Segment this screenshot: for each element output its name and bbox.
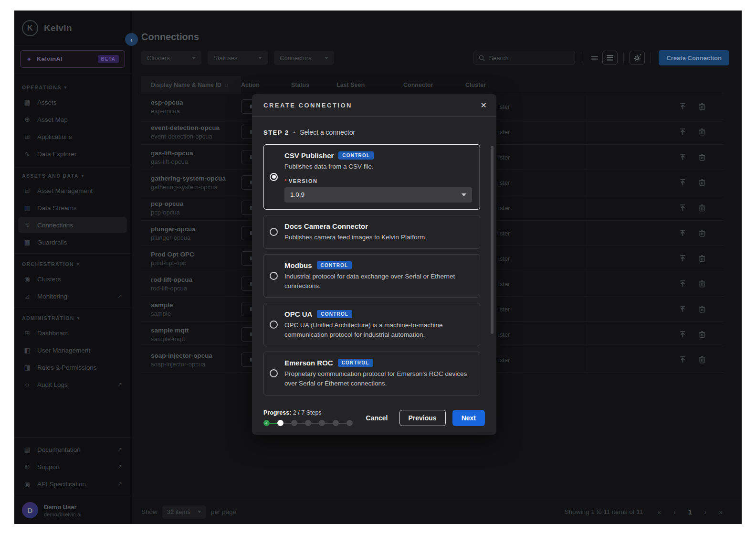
upload-button[interactable] (679, 128, 686, 136)
sidebar-item-guardrails[interactable]: ▦ Guardrails (18, 234, 127, 250)
clusters-filter-dropdown[interactable]: Clusters (141, 51, 201, 65)
sidebar-item-clusters[interactable]: ◉ Clusters (18, 271, 127, 287)
delete-button[interactable] (699, 331, 705, 338)
section-header[interactable]: ASSETS AND DATA▾ (14, 170, 131, 182)
delete-button[interactable] (699, 153, 705, 161)
radio-button[interactable] (270, 321, 278, 329)
sidebar-item-connections[interactable]: ↯ Connections (18, 217, 127, 233)
upload-button[interactable] (679, 103, 686, 110)
connector-option-csv-publisher[interactable]: CSV Publisher CONTROL Publishes data fro… (263, 144, 480, 210)
sidebar-item-data-explorer[interactable]: ∿ Data Explorer (18, 146, 127, 162)
connection-display-name[interactable]: sample (151, 301, 241, 309)
user-profile[interactable]: D Demo User demo@kelvin.ai (14, 496, 131, 524)
delete-button[interactable] (699, 229, 705, 237)
table-settings-button[interactable]: ✦ (630, 51, 645, 65)
search-input[interactable] (489, 54, 570, 62)
connection-display-name[interactable]: plunger-opcua (151, 225, 241, 233)
connectors-filter-dropdown[interactable]: Connectors (274, 51, 334, 65)
section-header[interactable]: OPERATIONS▾ (14, 82, 131, 93)
connection-display-name[interactable]: pcp-opcua (151, 200, 241, 207)
delete-button[interactable] (699, 255, 705, 262)
avatar: D (22, 502, 38, 518)
delete-button[interactable] (699, 356, 705, 364)
section-header[interactable]: ORCHESTRATION▾ (14, 258, 131, 270)
connection-display-name[interactable]: gas-lift-opcua (151, 150, 241, 157)
card-view-toggle[interactable] (587, 51, 602, 65)
gear-icon: ✦ (633, 54, 641, 62)
sidebar-item-support[interactable]: ⊚ Support ↗ (18, 459, 127, 475)
column-display-name[interactable]: Display Name & Name ID ↓↑ (141, 76, 241, 94)
upload-button[interactable] (679, 204, 686, 212)
statuses-filter-dropdown[interactable]: Statuses (208, 51, 268, 65)
delete-button[interactable] (699, 179, 705, 186)
delete-button[interactable] (699, 204, 705, 212)
sidebar-item-assets[interactable]: ▤ Assets (18, 94, 127, 110)
connection-name-id: sample-mqtt (151, 335, 241, 342)
sidebar-item-monitoring[interactable]: ⊿ Monitoring ↗ (18, 288, 127, 304)
upload-button[interactable] (679, 229, 686, 237)
connection-display-name[interactable]: event-detection-opcua (151, 124, 241, 131)
connection-display-name[interactable]: soap-injector-opcua (151, 352, 241, 359)
sort-icon[interactable]: ↓↑ (224, 82, 228, 88)
sidebar-section: ASSETS AND DATA▾ ⊟ Asset Management ▥ Da… (14, 165, 131, 254)
version-dropdown[interactable]: 1.0.9 (284, 187, 472, 203)
next-button[interactable]: Next (452, 410, 485, 426)
sidebar-item-applications[interactable]: ⊞ Applications (18, 128, 127, 145)
upload-button[interactable] (679, 331, 686, 338)
upload-icon (679, 179, 686, 186)
sidebar-item-api-specification[interactable]: ◉ API Specification ↗ (18, 476, 127, 492)
connection-display-name[interactable]: gathering-system-opcua (151, 175, 241, 182)
upload-button[interactable] (679, 179, 686, 186)
close-icon[interactable]: ✕ (481, 101, 487, 110)
upload-button[interactable] (679, 305, 686, 313)
data-streams-icon: ▥ (23, 204, 32, 212)
radio-button[interactable] (270, 228, 278, 236)
connection-display-name[interactable]: sample mqtt (151, 327, 241, 334)
connection-name-id: gathering-system-opcua (151, 183, 241, 191)
radio-button[interactable] (270, 369, 278, 377)
trash-icon (699, 305, 705, 313)
connection-display-name[interactable]: rod-lift-opcua (151, 276, 241, 283)
sidebar-item-asset-management[interactable]: ⊟ Asset Management (18, 182, 127, 199)
scrollbar-thumb[interactable] (491, 146, 494, 334)
upload-button[interactable] (679, 356, 686, 364)
sidebar-item-user-management[interactable]: ◧ User Management (18, 342, 127, 358)
radio-button[interactable] (270, 272, 278, 280)
upload-button[interactable] (679, 255, 686, 262)
sidebar-item-data-streams[interactable]: ▥ Data Streams (18, 200, 127, 216)
sidebar-item-dashboard[interactable]: ⊞ Dashboard (18, 325, 127, 341)
current-page[interactable]: 1 (688, 508, 692, 516)
sidebar-collapse-button[interactable]: ‹ (125, 33, 138, 46)
radio-button[interactable] (270, 173, 278, 181)
next-page-button[interactable]: › (704, 508, 707, 516)
delete-button[interactable] (699, 280, 705, 288)
connector-option-docs-camera-connector[interactable]: Docs Camera Connector Publishes camera f… (263, 215, 480, 249)
page-size-dropdown[interactable]: 32 items (162, 505, 206, 519)
sidebar-item-roles-permissions[interactable]: ◨ Roles & Permissions (18, 359, 127, 375)
last-page-button[interactable]: » (719, 508, 723, 516)
connection-display-name[interactable]: esp-opcua (151, 99, 241, 106)
upload-button[interactable] (679, 153, 686, 161)
connector-option-modbus[interactable]: Modbus CONTROL Industrial protocol for d… (263, 254, 480, 298)
delete-button[interactable] (699, 103, 705, 110)
connector-option-opc-ua[interactable]: OPC UA CONTROL OPC UA (Unified Architect… (263, 303, 480, 346)
section-header[interactable]: ADMINISTRATION▾ (14, 312, 131, 324)
connector-option-emerson-roc[interactable]: Emerson ROC CONTROL Proprietary communic… (263, 352, 480, 395)
kelvinai-button[interactable]: ✦ KelvinAI BETA (20, 50, 125, 68)
prev-page-button[interactable]: ‹ (673, 508, 676, 516)
delete-button[interactable] (699, 128, 705, 136)
sidebar-item-asset-map[interactable]: ⊕ Asset Map (18, 111, 127, 128)
create-connection-button[interactable]: Create Connection (659, 50, 729, 65)
first-page-button[interactable]: « (657, 508, 661, 516)
upload-button[interactable] (679, 280, 686, 288)
modal-title: CREATE CONNECTION (263, 102, 352, 109)
column-cluster: Cluster (465, 82, 585, 88)
cancel-button[interactable]: Cancel (361, 410, 393, 426)
list-view-toggle[interactable] (602, 51, 618, 65)
previous-button[interactable]: Previous (399, 410, 446, 426)
delete-button[interactable] (699, 305, 705, 313)
sidebar-item-documentation[interactable]: ▤ Documentation ↗ (18, 441, 127, 458)
applications-icon: ⊞ (23, 133, 32, 140)
sidebar-item-audit-logs[interactable]: ‹› Audit Logs ↗ (18, 376, 127, 393)
connection-display-name[interactable]: Prod Opt OPC (151, 251, 241, 258)
